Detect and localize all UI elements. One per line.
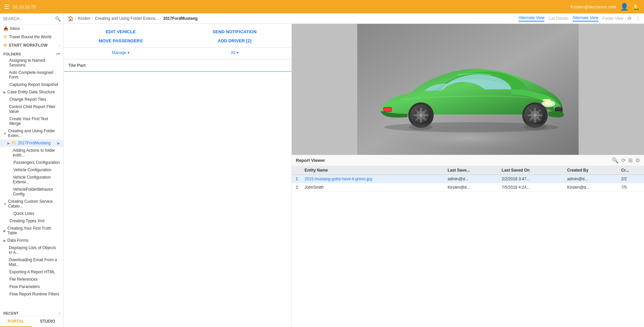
refresh-report-icon[interactable]: ⟳: [621, 157, 626, 164]
sidebar-folder-autocomplete[interactable]: Auto Complete Assigned Form: [0, 69, 63, 81]
all-dropdown[interactable]: All ▾: [178, 49, 292, 56]
sidebar-folder-change-report[interactable]: Change Report Tiles: [0, 96, 63, 103]
svg-rect-10: [384, 108, 391, 111]
right-panel: Report Viewer 🔍 ⟳ ⊞ ⚙: [292, 24, 644, 327]
tab-car-details[interactable]: Car Details: [548, 16, 568, 21]
tab-folder-view[interactable]: Folder View: [602, 16, 624, 21]
folder-label: Creating Custom Service Catalo...: [8, 199, 60, 208]
action-buttons-grid: EDIT VEHICLE SEND NOTIFICATION MOVE PASS…: [64, 24, 291, 48]
search-input[interactable]: [3, 16, 55, 21]
sidebar-folder-displaying-lists[interactable]: Displaying Lists of Objects In A...: [0, 244, 63, 256]
sidebar-folder-exporting-report[interactable]: Exporting A Report HTML: [0, 268, 63, 276]
report-viewer-title: Report Viewer: [296, 158, 325, 163]
sidebar-folder-flow-report[interactable]: Flow Report Runtime Filters: [0, 290, 63, 298]
sidebar-folder-creating-folder[interactable]: ▼ Creating and Using Folder Exten...: [0, 127, 63, 139]
manage-dropdown[interactable]: Manage ▾: [64, 49, 178, 56]
add-folder-icon[interactable]: +▾: [56, 52, 60, 56]
folder-expand-icon: ▶: [3, 90, 6, 94]
content-area: 🏠 / Kirsten / Creating and Using Folder …: [64, 13, 644, 327]
sidebar-folder-downloading-email[interactable]: Downloading Email From a Mail...: [0, 256, 63, 268]
folder-label: Flow Parameters: [9, 284, 40, 289]
col-created-by: Created By: [565, 166, 619, 175]
folder-label: Auto Complete Assigned Form: [9, 70, 60, 80]
sidebar-folder-creating-custom[interactable]: ▼ Creating Custom Service Catalo...: [0, 198, 63, 210]
sidebar: 🔍 📥 Inbox ⚙ Travel Round the World ⚙ STA…: [0, 13, 64, 327]
manage-chevron-icon: ▾: [127, 50, 129, 55]
start-workflow-row[interactable]: ⚙ START WORKFLOW ›: [0, 41, 63, 50]
table-row[interactable]: 2JohnSmithKirsten@d...7/5/2018 4:24...Ki…: [292, 183, 644, 192]
sidebar-folder-data-forms[interactable]: ▶ Data Forms: [0, 237, 63, 244]
breadcrumb-folder[interactable]: Creating and Using Folder Extens...: [95, 16, 159, 21]
sidebar-folder-vehicle-config[interactable]: Vehicle Configuration: [0, 166, 63, 174]
search-bar: 🔍: [0, 13, 63, 25]
folder-expand-icon: ▼: [3, 132, 7, 135]
user-avatar-icon[interactable]: 👤: [620, 3, 629, 11]
breadcrumb-kirsten[interactable]: Kirsten: [78, 16, 90, 21]
sidebar-folder-passengers-config[interactable]: Passengers Configuration: [0, 159, 63, 166]
sidebar-folder-vehicle-folder[interactable]: VehicleFolderBehavior Config: [0, 186, 63, 198]
sidebar-item-inbox[interactable]: 📥 Inbox: [0, 25, 63, 33]
folder-label: Creating Your First Truth Table: [7, 226, 60, 235]
svg-point-39: [384, 122, 558, 132]
move-passengers-button[interactable]: MOVE PASSENGERS: [64, 36, 178, 45]
entity-link[interactable]: 2015-mustang-gotta-have-it-green.jpg: [305, 177, 372, 181]
sidebar-folder-case-entity[interactable]: ▶ Case Entity Data Structure: [0, 88, 63, 96]
edit-vehicle-button[interactable]: EDIT VEHICLE: [64, 27, 178, 36]
tab-alternate-view-1[interactable]: Alternate View: [519, 15, 544, 21]
refresh-icon[interactable]: ⟳: [628, 15, 632, 21]
manage-label: Manage: [112, 50, 126, 55]
sidebar-folder-control-child[interactable]: Control Child Report Filter Value: [0, 103, 63, 115]
sidebar-folder-ford-mustang[interactable]: ▶ 📁 2017FordMustang▶: [0, 139, 63, 147]
more-options-icon[interactable]: ⋮: [636, 16, 640, 21]
sidebar-folder-quick-links[interactable]: Quick Links: [0, 210, 63, 217]
row-entity-name-cell[interactable]: 2015-mustang-gotta-have-it-green.jpg: [302, 175, 445, 183]
folder-label: Case Entity Data Structure: [7, 90, 55, 94]
export-report-icon[interactable]: ⊞: [628, 157, 633, 164]
col-created-on: Cr...: [619, 166, 644, 175]
sidebar-folder-creating-truth[interactable]: ▶ Creating Your First Truth Table: [0, 225, 63, 237]
start-workflow-chevron: ›: [59, 43, 60, 47]
col-num: [292, 166, 302, 175]
breadcrumb: 🏠 / Kirsten / Creating and Using Folder …: [64, 13, 644, 24]
search-report-icon[interactable]: 🔍: [612, 157, 619, 164]
row-last-saved-on-cell: 7/5/2018 4:24...: [499, 183, 565, 192]
recent-chevron-icon[interactable]: ‹: [59, 311, 60, 315]
sidebar-folder-creating-types[interactable]: Creating Types Xml: [0, 217, 63, 225]
home-icon[interactable]: 🏠: [68, 16, 73, 21]
sidebar-folder-adding-actions[interactable]: Adding Actions to folder entiti...: [0, 147, 63, 159]
send-notification-button[interactable]: SEND NOTIFICATION: [178, 27, 292, 36]
sidebar-folder-file-references[interactable]: File References: [0, 276, 63, 283]
portal-tab[interactable]: PORTAL: [0, 316, 32, 327]
report-table-body: 12015-mustang-gotta-have-it-green.jpgadm…: [292, 175, 644, 192]
settings-report-icon[interactable]: ⚙: [635, 157, 640, 164]
sidebar-folder-flow-parameters[interactable]: Flow Parameters: [0, 283, 63, 290]
report-table-container: Entity Name Last Save... Last Saved On: [292, 166, 644, 327]
search-icon[interactable]: 🔍: [55, 16, 61, 21]
table-row[interactable]: 12015-mustang-gotta-have-it-green.jpgadm…: [292, 175, 644, 183]
user-email: Kirsten@decisions.com: [571, 4, 616, 9]
hamburger-icon[interactable]: ☰: [4, 3, 9, 10]
breadcrumb-current: 2017FordMustang: [163, 16, 198, 21]
row-created-by-cell: Kirsten@d...: [565, 183, 619, 192]
car-image: [292, 24, 644, 155]
folder-label: File References: [9, 277, 38, 282]
folder-expand-icon: ▶: [3, 229, 6, 233]
folder-label: Flow Report Runtime Filters: [9, 292, 59, 296]
row-last-saved-by-cell: admin@d...: [445, 175, 499, 183]
topbar: ☰ 10.10.10.70 Kirsten@decisions.com 👤 🔔: [0, 0, 644, 13]
middle-section: EDIT VEHICLE SEND NOTIFICATION MOVE PASS…: [64, 24, 644, 327]
add-driver-button[interactable]: ADD DRIVER [2]: [178, 36, 292, 45]
folder-label: VehicleFolderBehavior Config: [13, 187, 60, 196]
tab-alternate-view-2[interactable]: Alternate View: [573, 15, 598, 21]
main-layout: 🔍 📥 Inbox ⚙ Travel Round the World ⚙ STA…: [0, 13, 644, 327]
sidebar-folder-vehicle-config-ext[interactable]: Vehicle Configuration Extensi...: [0, 174, 63, 186]
sidebar-folder-assigning[interactable]: Assigning to Named Sessions: [0, 57, 63, 69]
sidebar-folder-capturing[interactable]: Capturing Report Snapshot: [0, 81, 63, 88]
studio-tab[interactable]: STUDIO: [32, 316, 64, 327]
notification-bell-icon[interactable]: 🔔: [633, 3, 640, 10]
sidebar-folder-create-text[interactable]: Create Your First Text Merge: [0, 115, 63, 127]
folder-expand-icon: ▶: [3, 239, 6, 242]
row-last-saved-on-cell: 2/2/2018 3:47...: [499, 175, 565, 183]
row-created-by-cell: admin@d...: [565, 175, 619, 183]
sidebar-item-workflow[interactable]: ⚙ Travel Round the World: [0, 33, 63, 41]
